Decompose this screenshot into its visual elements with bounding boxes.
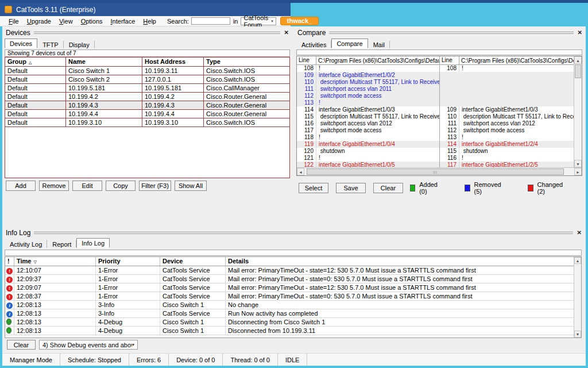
filter-f3-button[interactable]: Filter (F3) bbox=[139, 181, 171, 191]
diff-line[interactable]: 113! bbox=[297, 99, 439, 106]
diff-line[interactable]: 111 switchport access vlan 2011 bbox=[297, 86, 439, 93]
diff-line[interactable]: 114interface GigabitEthernet1/0/3 bbox=[297, 106, 439, 113]
line-column-header[interactable]: Line bbox=[297, 56, 316, 64]
diff-line[interactable]: 110 description Multicast TT 55117, Link… bbox=[297, 79, 439, 86]
diff-gap-block bbox=[440, 72, 575, 106]
left-file-path-header[interactable]: C:\Program Files (x86)\CatTools3\Configs… bbox=[316, 57, 439, 64]
diff-line[interactable]: 117 switchport mode access bbox=[297, 127, 439, 134]
device-row[interactable]: Default10.199.4.410.199.4.4Cisco.Router.… bbox=[5, 110, 289, 118]
scroll-down-icon[interactable]: ▼ bbox=[574, 331, 581, 338]
compare-tab-activities[interactable]: Activities bbox=[296, 40, 331, 48]
devices-column-header-type[interactable]: Type bbox=[204, 57, 289, 66]
menu-view[interactable]: View bbox=[55, 18, 77, 25]
diff-line[interactable]: 109interface GigabitEthernet1/0/3 bbox=[440, 106, 575, 113]
diff-line[interactable]: 118! bbox=[297, 134, 439, 141]
devices-column-header-host-address[interactable]: Host Address bbox=[142, 57, 204, 66]
diff-line[interactable]: 109interface GigabitEthernet1/0/2 bbox=[297, 72, 439, 79]
show-all-button[interactable]: Show All bbox=[175, 181, 207, 191]
diff-line[interactable]: 113! bbox=[440, 134, 575, 141]
edit-button[interactable]: Edit bbox=[72, 181, 102, 191]
infolog-row[interactable]: !12:10:071-ErrorCatTools ServiceMail err… bbox=[5, 266, 581, 275]
diff-line[interactable]: 112 switchport mode access bbox=[297, 93, 439, 99]
infolog-column-header-[interactable]: ! bbox=[5, 257, 14, 266]
infolog-row[interactable]: i12:08:133-InfoCisco Switch 1No change bbox=[5, 301, 581, 309]
diff-line[interactable]: 112 switchport mode access bbox=[440, 127, 575, 134]
scroll-up-icon[interactable]: ▲ bbox=[574, 56, 582, 64]
devices-tab-tftp[interactable]: TFTP bbox=[37, 40, 64, 48]
device-row[interactable]: Default10.199.4.210.199.4.2Cisco.Router.… bbox=[5, 93, 289, 101]
menu-upgrade[interactable]: Upgrade bbox=[23, 18, 55, 25]
compare-tab-compare[interactable]: Compare bbox=[331, 39, 368, 48]
infolog-vertical-scrollbar[interactable]: ▲ ▼ bbox=[574, 257, 581, 338]
copy-button[interactable]: Copy bbox=[106, 181, 136, 191]
infolog-column-header-time[interactable]: Time▽ bbox=[14, 257, 96, 266]
diff-line[interactable]: 115 description Multicast TT 55117, Link… bbox=[297, 113, 439, 120]
device-row[interactable]: Default10.199.3.1010.199.3.10Cisco.Switc… bbox=[5, 118, 289, 127]
diff-line[interactable]: 116 switchport access vlan 2012 bbox=[297, 120, 439, 127]
diff-line[interactable]: 121! bbox=[297, 155, 439, 162]
clear-button[interactable]: Clear bbox=[373, 183, 403, 193]
infolog-tab-activity-log[interactable]: Activity Log bbox=[5, 240, 47, 248]
menu-options[interactable]: Options bbox=[77, 18, 107, 25]
diff-line[interactable]: 116! bbox=[440, 155, 575, 162]
scroll-up-icon[interactable]: ▲ bbox=[574, 257, 581, 264]
diff-line[interactable]: 114interface GigabitEthernet1/2/4 bbox=[440, 141, 575, 148]
remove-button[interactable]: Remove bbox=[39, 181, 69, 191]
compare-hscroll-thumb[interactable]: ||| bbox=[307, 168, 564, 175]
infolog-column-header-details[interactable]: Details bbox=[226, 257, 581, 266]
compare-close-icon[interactable]: ✕ bbox=[578, 30, 582, 36]
compare-tab-mail[interactable]: Mail bbox=[368, 40, 390, 48]
devices-column-header-group[interactable]: Group△ bbox=[5, 57, 66, 66]
infolog-column-header-device[interactable]: Device bbox=[160, 257, 226, 266]
infolog-row[interactable]: !12:09:071-ErrorCatTools ServiceMail err… bbox=[5, 283, 581, 292]
save-button[interactable]: Save bbox=[336, 183, 366, 193]
infolog-row[interactable]: 12:08:134-DebugCisco Switch 1Disconnecte… bbox=[5, 327, 581, 335]
device-row[interactable]: Default10.199.5.18110.199.5.181Cisco.Cal… bbox=[5, 84, 289, 93]
diff-line[interactable]: 111 switchport access vlan 2012 bbox=[440, 120, 575, 127]
line-column-header[interactable]: Line bbox=[440, 56, 459, 64]
infolog-filter-dropdown[interactable]: 4) Show Debug events and above ▾ bbox=[39, 340, 138, 350]
compare-vertical-scrollbar[interactable]: ▲ ▼ bbox=[574, 56, 582, 167]
diff-line[interactable]: 108! bbox=[297, 65, 439, 72]
right-file-path-header[interactable]: C:\Program Files (x86)\CatTools3\Configs… bbox=[459, 57, 575, 64]
devices-tab-display[interactable]: Display bbox=[64, 40, 95, 48]
thwack-button[interactable]: thwack_ bbox=[280, 17, 319, 25]
menu-file[interactable]: File bbox=[5, 18, 23, 25]
infolog-tab-report[interactable]: Report bbox=[47, 240, 76, 248]
diff-line[interactable]: 115 shutdown bbox=[440, 148, 575, 155]
devices-column-header-name[interactable]: Name bbox=[66, 57, 142, 66]
diff-line[interactable]: 120 shutdown bbox=[297, 148, 439, 155]
sort-asc-icon: △ bbox=[29, 60, 32, 64]
compare-vscroll-thumb[interactable] bbox=[575, 64, 581, 78]
diff-line[interactable]: 110 description Multicast TT 55117, Link… bbox=[440, 113, 575, 120]
diff-line[interactable]: 122interface GigabitEthernet1/0/5 bbox=[297, 162, 439, 167]
compare-hscroll-track[interactable]: ||| bbox=[304, 168, 574, 175]
device-row[interactable]: Default10.199.4.310.199.4.3Cisco.Router.… bbox=[5, 101, 289, 110]
infolog-column-header-priority[interactable]: Priority bbox=[96, 257, 160, 266]
infolog-row[interactable]: !12:09:371-ErrorCatTools ServiceMail err… bbox=[5, 275, 581, 283]
menu-interface[interactable]: Interface bbox=[107, 18, 140, 25]
search-input[interactable] bbox=[191, 17, 230, 25]
infolog-row[interactable]: 12:08:134-DebugCisco Switch 1Disconnecti… bbox=[5, 318, 581, 327]
select-button[interactable]: Select bbox=[299, 183, 328, 193]
menu-help[interactable]: Help bbox=[139, 18, 160, 25]
scroll-down-icon[interactable]: ▼ bbox=[574, 160, 582, 167]
infolog-close-icon[interactable]: ✕ bbox=[577, 230, 582, 236]
compare-horizontal-scrollbar[interactable]: ◄ ||| ► bbox=[297, 167, 582, 175]
scroll-left-icon[interactable]: ◄ bbox=[297, 168, 304, 175]
search-scope-select[interactable]: CatTools Forum ▾ bbox=[241, 17, 276, 25]
infolog-tab-info-log[interactable]: Info Log bbox=[76, 238, 110, 248]
infolog-row[interactable]: !12:08:371-ErrorCatTools ServiceMail err… bbox=[5, 292, 581, 301]
diff-line[interactable]: 119interface GigabitEthernet1/0/4 bbox=[297, 141, 439, 148]
infolog-row[interactable]: i12:08:133-InfoCatTools ServiceRun Now a… bbox=[5, 309, 581, 318]
devices-tab-devices[interactable]: Devices bbox=[5, 39, 37, 48]
device-row[interactable]: DefaultCisco Switch 110.199.3.11Cisco.Sw… bbox=[5, 67, 289, 75]
diff-line[interactable]: 117interface GigabitEthernet1/2/5 bbox=[440, 162, 575, 167]
add-button[interactable]: Add bbox=[6, 181, 36, 191]
diff-line[interactable]: 108! bbox=[440, 65, 575, 72]
scroll-right-icon[interactable]: ► bbox=[574, 168, 582, 175]
legend-changed-2: Changed (2) bbox=[528, 181, 564, 195]
infolog-clear-button[interactable]: Clear bbox=[7, 340, 36, 350]
devices-close-icon[interactable]: ✕ bbox=[284, 30, 289, 36]
device-row[interactable]: DefaultCisco Switch 2127.0.0.1Cisco.Swit… bbox=[5, 75, 289, 84]
